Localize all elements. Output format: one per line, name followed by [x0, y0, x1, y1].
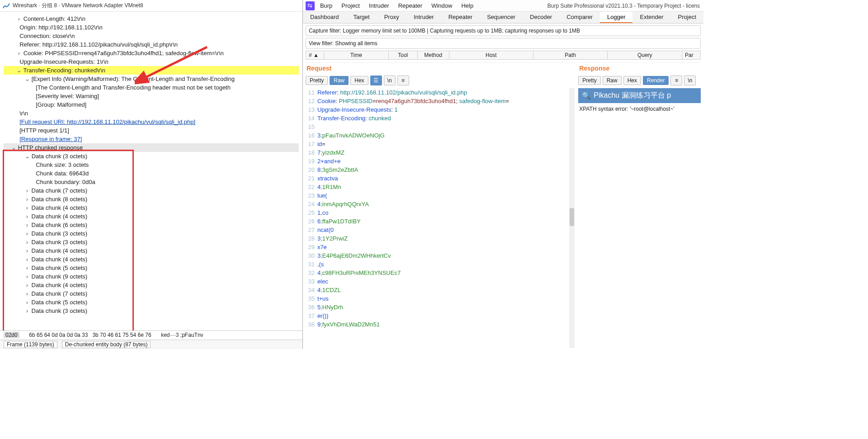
request-line[interactable]: 21xtractva: [306, 174, 575, 183]
tree-row[interactable]: ⌄ [Expert Info (Warning/Malformed): The …: [4, 75, 299, 83]
request-line[interactable]: 251,co: [306, 208, 575, 217]
tree-row[interactable]: › Data chunk (4 octets): [4, 203, 299, 212]
menu-help[interactable]: Help: [461, 2, 473, 9]
request-line[interactable]: 17id=: [306, 140, 575, 148]
expand-icon[interactable]: ›: [24, 186, 30, 195]
request-line[interactable]: 35t+us: [306, 294, 575, 303]
tree-row[interactable]: › Data chunk (6 octets): [4, 221, 299, 229]
request-body[interactable]: 11Referer: http://192.168.11.102/pikachu…: [306, 88, 575, 348]
tree-row[interactable]: Referer: http://192.168.11.102/pikachu/v…: [4, 40, 299, 49]
tree-row[interactable]: › Content-Length: 412\r\n: [4, 14, 299, 23]
request-line[interactable]: 192+and+e: [306, 157, 575, 165]
tree-row[interactable]: [Group: Malformed]: [4, 100, 299, 109]
tree-row[interactable]: [Full request URI: http://192.168.11.102…: [4, 118, 299, 126]
collapse-icon[interactable]: ⌄: [24, 75, 30, 83]
tree-row[interactable]: › Data chunk (8 octets): [4, 195, 299, 203]
menu-intruder[interactable]: Intruder: [369, 2, 389, 9]
tab-logger[interactable]: Logger: [600, 12, 632, 23]
request-line[interactable]: 344;1CDZL: [306, 286, 575, 294]
request-line[interactable]: 12Cookie: PHPSESSID=renq47a6guh73bfdc3uh…: [306, 97, 575, 105]
request-line[interactable]: 266;ffaPw1DTdIBY: [306, 217, 575, 226]
tree-row[interactable]: › Data chunk (4 octets): [4, 246, 299, 255]
tab-comparer[interactable]: Comparer: [559, 12, 600, 23]
expand-icon[interactable]: ›: [24, 289, 30, 298]
tree-row[interactable]: [HTTP request 1/1]: [4, 126, 299, 135]
tree-row[interactable]: › Data chunk (9 octets): [4, 272, 299, 281]
expand-icon[interactable]: ›: [24, 195, 30, 203]
col-path[interactable]: Path: [533, 51, 608, 59]
tree-row[interactable]: › Data chunk (7 octets): [4, 186, 299, 195]
expand-icon[interactable]: ›: [24, 281, 30, 289]
expand-icon[interactable]: ›: [16, 49, 22, 57]
collapse-icon[interactable]: ⌄: [11, 143, 16, 152]
tab-target[interactable]: Target: [346, 12, 377, 23]
request-line[interactable]: 389;fyxVhDmLWaD2Mn51: [306, 320, 575, 329]
col-num[interactable]: # ▲: [306, 51, 324, 59]
tree-row[interactable]: › Data chunk (3 octets): [4, 307, 299, 315]
tree-row[interactable]: Chunk size: 3 octets: [4, 160, 299, 169]
tree-row[interactable]: › Data chunk (4 octets): [4, 212, 299, 221]
col-method[interactable]: Method: [418, 51, 449, 59]
tab-proxy[interactable]: Proxy: [377, 12, 406, 23]
expand-icon[interactable]: ›: [24, 307, 30, 315]
tree-row[interactable]: › Data chunk (5 octets): [4, 264, 299, 272]
tree-row-selected[interactable]: ⌄ HTTP chunked response: [4, 143, 299, 152]
hex-button[interactable]: Hex: [623, 76, 641, 85]
tree-row[interactable]: › Cookie: PHPSESSID=renq47a6guh73bfdc3uh…: [4, 49, 299, 57]
expand-icon[interactable]: ›: [24, 238, 30, 246]
tab-sequencer[interactable]: Sequencer: [480, 12, 523, 23]
request-line[interactable]: 33elec: [306, 277, 575, 286]
tree-row[interactable]: Chunk data: 69643d: [4, 169, 299, 178]
tree-row[interactable]: Connection: close\r\n: [4, 32, 299, 40]
menu-burp[interactable]: Burp: [320, 2, 332, 9]
col-query[interactable]: Query: [608, 51, 682, 59]
packet-tree[interactable]: › Content-Length: 412\r\n Origin: http:/…: [0, 12, 302, 330]
tab-intruder[interactable]: Intruder: [406, 12, 441, 23]
tree-row[interactable]: › Data chunk (3 octets): [4, 238, 299, 246]
status-frame[interactable]: Frame (1139 bytes): [4, 341, 57, 348]
request-line[interactable]: 283;1Y2PrwiZ: [306, 234, 575, 243]
tree-row[interactable]: Origin: http://192.168.11.102\r\n: [4, 23, 299, 32]
request-line[interactable]: 27ncat(0: [306, 226, 575, 234]
tab-extender[interactable]: Extender: [632, 12, 670, 23]
scrollbar[interactable]: [569, 88, 575, 348]
menu-window[interactable]: Window: [431, 2, 452, 9]
expand-icon[interactable]: ›: [24, 255, 30, 264]
request-line[interactable]: 37er()): [306, 312, 575, 320]
tree-row[interactable]: › Data chunk (5 octets): [4, 298, 299, 307]
expand-icon[interactable]: ›: [24, 229, 30, 238]
expand-icon[interactable]: ›: [24, 221, 30, 229]
expand-icon[interactable]: ›: [24, 203, 30, 212]
tree-row[interactable]: › Data chunk (3 octets): [4, 229, 299, 238]
scrollbar-thumb[interactable]: [570, 208, 574, 226]
request-line[interactable]: 14Transfer-Encoding: chunked: [306, 114, 575, 123]
col-host[interactable]: Host: [449, 51, 533, 59]
request-line[interactable]: 303;E4P6ajE6Dm2WHhkertCv: [306, 251, 575, 260]
request-line[interactable]: 163;pFauTnvkADWOeNOjG: [306, 131, 575, 140]
newline-icon[interactable]: \n: [384, 76, 396, 85]
request-line[interactable]: 15: [306, 123, 575, 131]
tab-decoder[interactable]: Decoder: [523, 12, 559, 23]
tree-row[interactable]: [Response in frame: 37]: [4, 135, 299, 143]
expand-icon[interactable]: ›: [24, 264, 30, 272]
tree-row[interactable]: › Data chunk (7 octets): [4, 289, 299, 298]
tree-row[interactable]: ⌄ Data chunk (3 octets): [4, 152, 299, 160]
log-columns[interactable]: # ▲ Time Tool Method Host Path Query Par: [306, 51, 701, 60]
request-line[interactable]: 23lue(: [306, 191, 575, 200]
hex-button[interactable]: Hex: [350, 76, 368, 85]
menu-project[interactable]: Project: [341, 2, 359, 9]
request-line[interactable]: 324;c98FH3uRPniMEh3YNSUEc7: [306, 269, 575, 277]
col-par[interactable]: Par: [682, 51, 700, 59]
tree-row[interactable]: Upgrade-Insecure-Requests: 1\r\n: [4, 57, 299, 66]
tree-row[interactable]: [Severity level: Warning]: [4, 92, 299, 100]
request-line[interactable]: 224;1R1Mn: [306, 183, 575, 191]
hex-view[interactable]: 02d0 6b 65 64 0d 0a 0d 0a 33 3b 70 46 61…: [0, 330, 302, 340]
request-line[interactable]: 11Referer: http://192.168.11.102/pikachu…: [306, 88, 575, 97]
expand-icon[interactable]: ›: [16, 14, 22, 23]
tree-row[interactable]: › Data chunk (4 octets): [4, 281, 299, 289]
tab-project[interactable]: Project: [671, 12, 703, 23]
request-line[interactable]: 208;3gSm2eZbttA: [306, 165, 575, 174]
settings-icon[interactable]: ≡: [670, 76, 682, 85]
collapse-icon[interactable]: ⌄: [16, 66, 22, 75]
expand-icon[interactable]: ›: [24, 298, 30, 307]
